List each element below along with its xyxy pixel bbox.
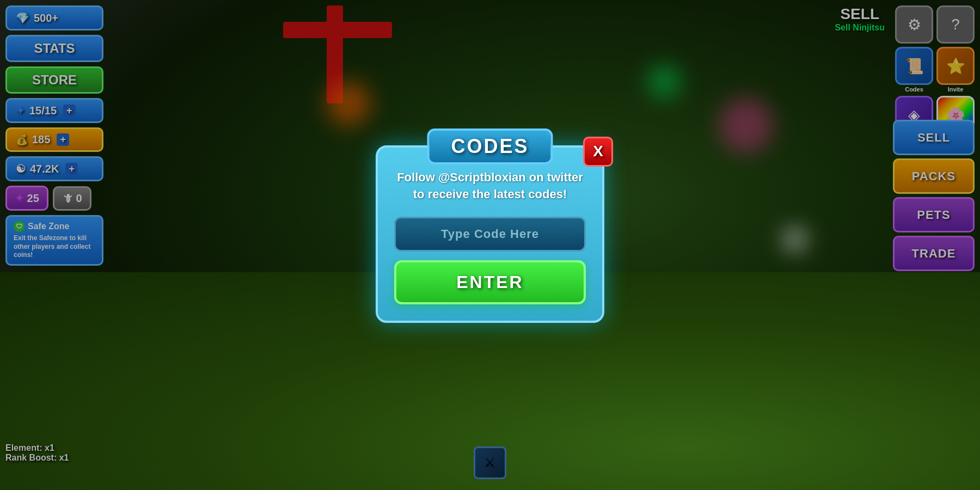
- enter-button[interactable]: ENTER: [394, 260, 586, 304]
- codes-modal-title: CODES: [427, 128, 553, 164]
- codes-description: Follow @Scriptbloxian on twitter to rece…: [394, 164, 586, 209]
- ui-layer: SELL Sell Ninjitsu ⚙ ? 📜 Codes: [0, 0, 980, 490]
- codes-modal: CODES X Follow @Scriptbloxian on twitter…: [376, 145, 604, 323]
- code-input-field[interactable]: [394, 217, 586, 252]
- modal-overlay: CODES X Follow @Scriptbloxian on twitter…: [0, 0, 980, 490]
- close-modal-button[interactable]: X: [583, 137, 613, 167]
